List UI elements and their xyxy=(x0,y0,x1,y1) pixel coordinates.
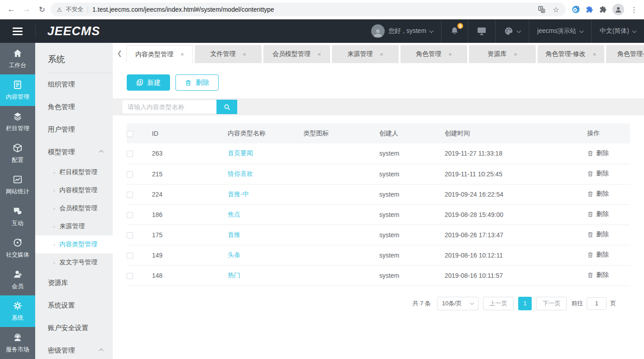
contenttype-name-link[interactable]: 首页要闻 xyxy=(228,149,253,156)
menu-item[interactable]: · 组织管理 xyxy=(35,73,113,96)
close-tab-icon[interactable]: × xyxy=(514,51,517,58)
system-icon xyxy=(13,301,23,311)
close-tab-icon[interactable]: × xyxy=(317,51,321,58)
menu-item[interactable]: · 会员模型管理 xyxy=(35,199,113,217)
address-divider: | xyxy=(87,5,89,14)
menu-item[interactable]: · 来源管理 xyxy=(35,217,113,235)
row-delete-action[interactable]: 删除 xyxy=(587,251,609,259)
extension-puzzle-blue-icon[interactable] xyxy=(585,5,594,14)
browser-forward-icon[interactable]: → xyxy=(20,3,33,16)
notifications-button[interactable]: 9 xyxy=(441,19,468,43)
contenttype-name-link[interactable]: 焦点 xyxy=(228,211,240,218)
trash-icon xyxy=(185,79,192,86)
tab[interactable]: 文件管理 × xyxy=(195,45,262,63)
row-delete-action[interactable]: 删除 xyxy=(587,170,609,178)
address-bar[interactable]: ⚠ 不安全 | 1.test.jeecms.com/jeecms/index.h… xyxy=(51,3,566,16)
tab[interactable]: 来源管理 × xyxy=(332,45,399,63)
contenttype-name-link[interactable]: 猜你喜欢 xyxy=(228,170,253,177)
sidebar-item-social[interactable]: 社交媒体 xyxy=(0,232,35,264)
sidebar-item-interact[interactable]: 互动 xyxy=(0,201,35,232)
extension-puzzle-gray-icon[interactable] xyxy=(599,5,608,14)
sidebar-item-column[interactable]: 栏目管理 xyxy=(0,106,35,138)
current-page-button[interactable]: 1 xyxy=(518,297,532,310)
tab[interactable]: 角色管理-修改 × xyxy=(538,45,604,63)
close-tab-icon[interactable]: × xyxy=(448,51,452,58)
page-size-select[interactable]: 10条/页 xyxy=(437,297,478,310)
menu-item[interactable]: · 资源库 xyxy=(35,272,113,294)
theme-menu[interactable] xyxy=(495,19,529,43)
menu-item[interactable]: · 系统设置 xyxy=(35,294,113,317)
sidebar-item-system[interactable]: 系统 xyxy=(0,295,35,327)
row-checkbox[interactable] xyxy=(127,151,133,157)
next-page-button[interactable]: 下一页 xyxy=(536,297,567,310)
chevron-up-icon xyxy=(99,348,104,353)
row-checkbox[interactable] xyxy=(127,192,133,198)
contenttype-name-link[interactable]: 头条 xyxy=(228,251,240,258)
browser-reload-icon[interactable]: ↻ xyxy=(35,3,49,16)
row-checkbox[interactable] xyxy=(127,232,133,239)
browser-profile-icon[interactable] xyxy=(612,4,624,15)
contenttype-name-link[interactable]: 首推-中 xyxy=(228,190,249,198)
tab[interactable]: 角色管理 × xyxy=(400,45,467,63)
row-checkbox[interactable] xyxy=(127,212,133,218)
user-menu[interactable]: 您好 , system xyxy=(363,19,441,43)
sidebar-item-stats[interactable]: 网站统计 xyxy=(0,169,35,201)
row-delete-action[interactable]: 删除 xyxy=(587,190,609,198)
browser-menu-icon[interactable]: ⋮ xyxy=(629,5,639,14)
browser-back-icon[interactable]: ← xyxy=(5,3,18,16)
table-body: 263 首页要闻 system 2019-11-27 11:33:18 删除 xyxy=(127,143,630,285)
sidebar-item-config[interactable]: 配置 xyxy=(0,138,35,169)
select-all-checkbox[interactable] xyxy=(127,131,133,137)
close-tab-icon[interactable]: × xyxy=(243,51,246,58)
new-button[interactable]: 新建 xyxy=(127,74,170,91)
menu-item[interactable]: · 用户管理 xyxy=(35,118,113,141)
close-tab-icon[interactable]: × xyxy=(593,51,597,58)
contenttype-name-link[interactable]: 热门 xyxy=(228,272,240,279)
close-tab-icon[interactable]: × xyxy=(380,51,383,58)
cell-creator: system xyxy=(379,204,445,225)
menu-item[interactable]: · 模型管理 xyxy=(35,141,113,163)
menu-item[interactable]: · 账户安全设置 xyxy=(35,317,113,339)
cell-created-time: 2019-08-16 10:11:57 xyxy=(445,265,587,285)
menu-item[interactable]: · 发文字号管理 xyxy=(35,253,113,272)
row-checkbox[interactable] xyxy=(127,171,133,178)
cell-id: 224 xyxy=(152,184,228,204)
sidebar-item-content[interactable]: 内容管理 xyxy=(0,74,35,106)
screen-button[interactable] xyxy=(468,19,495,43)
sidebar-item-member[interactable]: 会员 xyxy=(0,264,35,295)
prev-page-button[interactable]: 上一页 xyxy=(483,297,514,310)
menu-item[interactable]: · 栏目模型管理 xyxy=(35,163,113,181)
sidebar-item-home[interactable]: 工作台 xyxy=(0,43,35,74)
menu-item[interactable]: · 内容模型管理 xyxy=(35,181,113,199)
menu-item[interactable]: · 角色管理 xyxy=(35,96,113,118)
row-delete-action[interactable]: 删除 xyxy=(587,149,609,157)
row-delete-action[interactable]: 删除 xyxy=(587,210,609,218)
search-button[interactable] xyxy=(216,100,237,114)
trash-icon xyxy=(587,211,593,217)
cell-created-time: 2019-08-16 10:12:11 xyxy=(445,245,587,265)
sidebar-item-market[interactable]: 服务市场 xyxy=(0,327,35,359)
menu-item[interactable]: · 密级管理 xyxy=(35,339,113,359)
tab[interactable]: 角色管理-成 × xyxy=(606,45,644,63)
bookmark-star-icon[interactable]: ☆ xyxy=(553,5,559,14)
row-delete-action[interactable]: 删除 xyxy=(587,271,609,279)
row-delete-action[interactable]: 删除 xyxy=(587,230,609,239)
tab[interactable]: 内容类型管理 × xyxy=(126,45,193,63)
goto-page-input[interactable] xyxy=(587,297,607,310)
search-input[interactable] xyxy=(122,100,216,114)
hamburger-menu-icon[interactable] xyxy=(0,19,35,43)
contenttype-name-link[interactable]: 首推 xyxy=(228,231,240,238)
translate-icon[interactable] xyxy=(538,5,546,14)
delete-button[interactable]: 删除 xyxy=(175,74,219,91)
menu-item[interactable]: · 内容类型管理 xyxy=(35,235,113,253)
tab[interactable]: 会员模型管理 × xyxy=(263,45,330,63)
row-checkbox[interactable] xyxy=(127,273,133,279)
close-tab-icon[interactable]: × xyxy=(180,51,184,58)
language-switcher[interactable]: 中文(简体) xyxy=(591,19,644,43)
url-text[interactable]: 1.test.jeecms.com/jeecms/index.html#/sys… xyxy=(92,6,530,13)
tabs-scroll-left-icon[interactable]: ❮ xyxy=(113,43,126,63)
tab[interactable]: 资源库 × xyxy=(469,45,536,63)
row-checkbox[interactable] xyxy=(127,253,133,259)
extension-blue-circle-icon[interactable] xyxy=(571,5,581,14)
site-switcher[interactable]: jeecms演示站 xyxy=(529,19,591,43)
